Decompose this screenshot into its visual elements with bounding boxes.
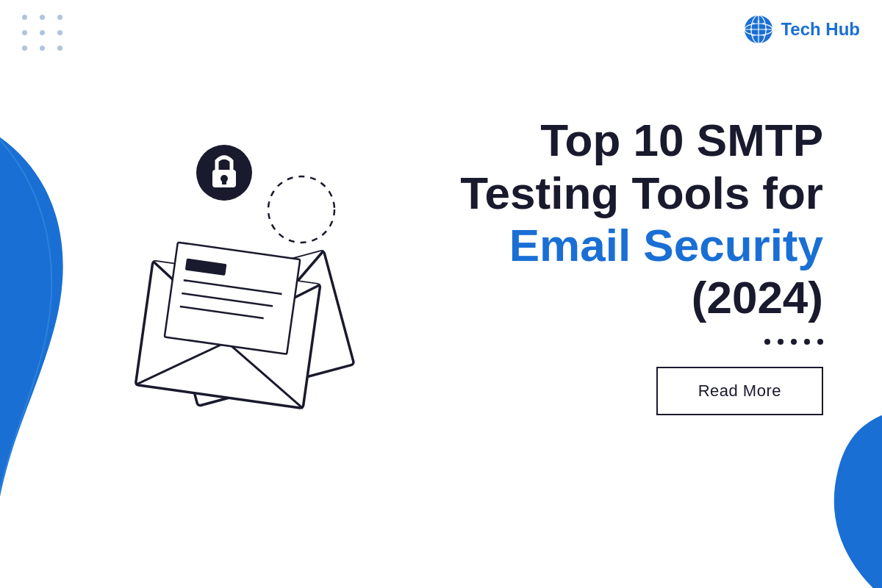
svg-point-11 [763, 35, 765, 37]
decoration-dots-topleft [22, 15, 65, 51]
svg-point-7 [763, 23, 765, 25]
svg-point-5 [753, 23, 755, 25]
main-title: Top 10 SMTP Testing Tools for Email Secu… [426, 114, 823, 323]
main-content: Top 10 SMTP Testing Tools for Email Secu… [0, 96, 882, 434]
brand-name: Tech Hub [781, 19, 860, 40]
svg-rect-21 [165, 243, 300, 354]
svg-point-8 [750, 29, 753, 31]
svg-point-6 [758, 21, 760, 23]
email-illustration [88, 96, 397, 434]
decoration-dots-row [426, 339, 823, 345]
svg-point-30 [268, 176, 334, 243]
title-highlight: Email Security [509, 220, 823, 270]
svg-point-10 [753, 35, 755, 37]
header: Tech Hub [744, 15, 860, 44]
read-more-button[interactable]: Read More [656, 367, 823, 415]
svg-point-9 [765, 29, 767, 31]
decoration-wave-right [794, 412, 882, 588]
svg-rect-29 [222, 179, 226, 184]
logo-globe-icon [744, 15, 773, 44]
text-content: Top 10 SMTP Testing Tools for Email Secu… [397, 114, 823, 415]
